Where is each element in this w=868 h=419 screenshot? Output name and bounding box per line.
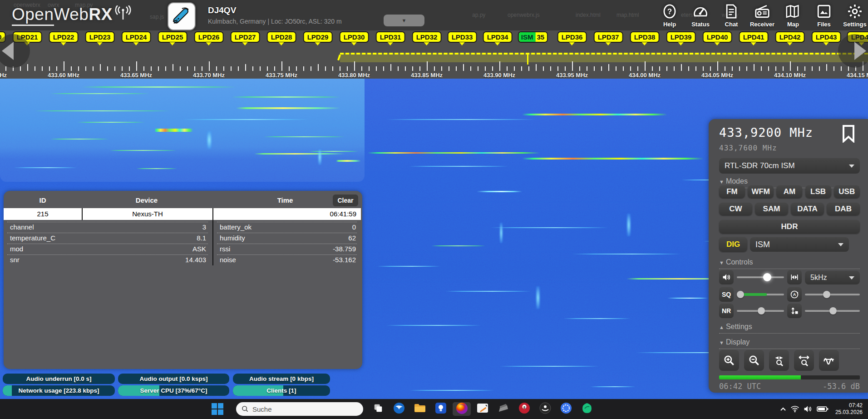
band-label-LPD41[interactable]: LPD41 bbox=[739, 31, 769, 43]
volume-icon[interactable] bbox=[804, 405, 813, 413]
taskbar-app-text-editor[interactable] bbox=[473, 402, 492, 416]
band-label-LPD25[interactable]: LPD25 bbox=[158, 31, 187, 43]
digital-mode-select[interactable]: ISM bbox=[750, 237, 849, 252]
taskbar-app-gray-app[interactable] bbox=[494, 402, 513, 416]
mode-button-sam[interactable]: SAM bbox=[755, 203, 788, 215]
frequency-scale-ruler[interactable]: 433.55 MHz433.60 MHz433.65 MHz433.70 MHz… bbox=[0, 60, 868, 79]
squelch-slider[interactable] bbox=[737, 287, 784, 302]
squelch-button[interactable]: SQ bbox=[719, 287, 734, 302]
nav-item-chat[interactable]: Chat bbox=[721, 3, 742, 28]
zoom-to-band-button[interactable] bbox=[769, 350, 789, 371]
mode-button-hdr[interactable]: HDR bbox=[719, 220, 860, 234]
auto-squelch-button[interactable]: A bbox=[787, 287, 802, 302]
scale-shift-right-button[interactable] bbox=[838, 34, 868, 68]
bandwidth-icon-button[interactable] bbox=[787, 270, 802, 284]
band-label-LPD32[interactable]: LPD32 bbox=[412, 31, 442, 43]
band-label-LPD37[interactable]: LPD37 bbox=[594, 31, 623, 43]
noise-reduction-slider[interactable] bbox=[737, 304, 784, 318]
band-label-LPD27[interactable]: LPD27 bbox=[231, 31, 260, 43]
band-label-LPD39[interactable]: LPD39 bbox=[666, 31, 696, 43]
band-label-LPD30[interactable]: LPD30 bbox=[340, 31, 369, 43]
status-bar-audio-2[interactable]: Audio stream [0 kbps] bbox=[233, 374, 330, 384]
zoom-out-button[interactable] bbox=[744, 350, 764, 371]
zoom-full-button[interactable] bbox=[794, 350, 814, 371]
band-label-LPD36[interactable]: LPD36 bbox=[557, 31, 587, 43]
volume-slider-thumb[interactable] bbox=[763, 273, 771, 281]
mode-button-usb[interactable]: USB bbox=[834, 185, 860, 198]
taskbar-app-blue-app[interactable] bbox=[557, 402, 575, 416]
band-label-LPD22[interactable]: LPD22 bbox=[49, 31, 79, 43]
section-header-controls[interactable]: ▼Controls bbox=[719, 258, 860, 269]
taskbar-app-task-view[interactable] bbox=[369, 402, 387, 416]
band-label-LPD23[interactable]: LPD23 bbox=[85, 31, 115, 43]
waterfall-auto-adjust-button[interactable] bbox=[787, 304, 802, 318]
status-bar-system-1[interactable]: Server CPU [37%/67°C] bbox=[118, 385, 229, 396]
bandwidth-select[interactable]: 5kHz bbox=[805, 271, 860, 284]
noise-reduction-thumb[interactable] bbox=[758, 307, 765, 314]
header-collapse-tab[interactable]: ▼ bbox=[384, 15, 424, 26]
spectrum-toggle-button[interactable] bbox=[819, 350, 839, 371]
section-header-settings[interactable]: ▲Settings bbox=[719, 323, 860, 334]
band-label-LPD42[interactable]: LPD42 bbox=[775, 31, 805, 43]
noise-reduction-button[interactable]: NR bbox=[719, 304, 734, 318]
nav-item-settings[interactable]: Settings bbox=[844, 3, 865, 28]
mode-button-wfm[interactable]: WFM bbox=[748, 185, 774, 198]
tuned-frequency-display[interactable]: 433,9200 MHz bbox=[719, 125, 813, 140]
openwebrx-logo[interactable]: OpenWebRX bbox=[12, 4, 133, 26]
taskbar-app-red-app[interactable]: 8 bbox=[515, 402, 533, 416]
waterfall-level-thumb[interactable] bbox=[829, 307, 837, 314]
taskbar-app-teal-app[interactable] bbox=[578, 402, 596, 416]
nav-item-help[interactable]: ?Help bbox=[659, 3, 680, 28]
band-label-LPD26[interactable]: LPD26 bbox=[194, 31, 224, 43]
mode-button-fm[interactable]: FM bbox=[719, 185, 745, 198]
mode-button-dab[interactable]: DAB bbox=[827, 203, 860, 215]
taskbar-app-dark-app[interactable] bbox=[536, 402, 554, 416]
squelch-level-slider[interactable] bbox=[805, 287, 860, 302]
battery-icon[interactable] bbox=[817, 406, 829, 412]
taskbar-search-input[interactable]: Suche bbox=[236, 402, 363, 416]
nav-item-status[interactable]: Status bbox=[690, 3, 711, 28]
mode-button-cw[interactable]: CW bbox=[719, 203, 752, 215]
status-bar-system-2[interactable]: Clients [1] bbox=[233, 385, 330, 396]
status-bar-audio-1[interactable]: Audio output [0.0 ksps] bbox=[118, 374, 229, 384]
band-label-ISM35[interactable]: ISM35 bbox=[518, 31, 548, 43]
squelch-level-thumb[interactable] bbox=[823, 291, 830, 298]
band-label-LPD38[interactable]: LPD38 bbox=[630, 31, 660, 43]
taskbar-app-lightbulb-app[interactable] bbox=[432, 402, 450, 416]
bookmark-icon[interactable] bbox=[842, 125, 855, 145]
clear-button[interactable]: Clear bbox=[333, 195, 358, 206]
mode-button-dig[interactable]: DIG bbox=[719, 237, 747, 252]
tray-expand-icon[interactable] bbox=[780, 407, 786, 411]
band-label-LPD43[interactable]: LPD43 bbox=[812, 31, 841, 43]
taskbar-app-thunderbird[interactable] bbox=[390, 402, 408, 416]
mode-button-lsb[interactable]: LSB bbox=[805, 185, 831, 198]
band-label-LPD34[interactable]: LPD34 bbox=[483, 31, 513, 43]
squelch-slider-thumb[interactable] bbox=[737, 291, 744, 298]
mode-button-am[interactable]: AM bbox=[776, 185, 802, 198]
profile-select[interactable]: RTL-SDR 70cm ISM bbox=[719, 158, 860, 174]
band-label-LPD31[interactable]: LPD31 bbox=[376, 31, 405, 43]
band-label-LPD24[interactable]: LPD24 bbox=[122, 31, 151, 43]
nav-item-receiver[interactable]: Receiver bbox=[752, 3, 773, 28]
waterfall-level-slider[interactable] bbox=[805, 304, 860, 318]
band-label-LPD29[interactable]: LPD29 bbox=[303, 31, 333, 43]
section-header-display[interactable]: ▼Display bbox=[719, 338, 860, 349]
band-label-LPD28[interactable]: LPD28 bbox=[267, 31, 296, 43]
taskbar-app-file-explorer[interactable] bbox=[411, 402, 429, 416]
start-button[interactable] bbox=[212, 403, 223, 415]
status-bar-system-0[interactable]: Network usage [223.8 kbps] bbox=[3, 385, 115, 396]
nav-item-files[interactable]: Files bbox=[814, 3, 834, 28]
band-label-LPD40[interactable]: LPD40 bbox=[703, 31, 732, 43]
taskbar-clock[interactable]: 07:42 25.03.2026 bbox=[835, 402, 863, 416]
zoom-in-button[interactable] bbox=[719, 350, 739, 371]
mute-button[interactable] bbox=[719, 270, 734, 284]
scale-frequency-label: 433.90 MHz bbox=[483, 72, 515, 79]
taskbar-app-firefox[interactable] bbox=[453, 402, 471, 416]
wifi-icon[interactable] bbox=[790, 405, 799, 413]
status-bar-audio-0[interactable]: Audio underrun [0.0 s] bbox=[3, 374, 115, 384]
band-label-LPD33[interactable]: LPD33 bbox=[448, 31, 477, 43]
mode-button-data[interactable]: DATA bbox=[791, 203, 824, 215]
nav-item-map[interactable]: Map bbox=[783, 3, 804, 28]
volume-slider[interactable] bbox=[737, 270, 784, 284]
decoder-message-row[interactable]: 215 Nexus-TH 06:41:59 bbox=[4, 208, 361, 220]
